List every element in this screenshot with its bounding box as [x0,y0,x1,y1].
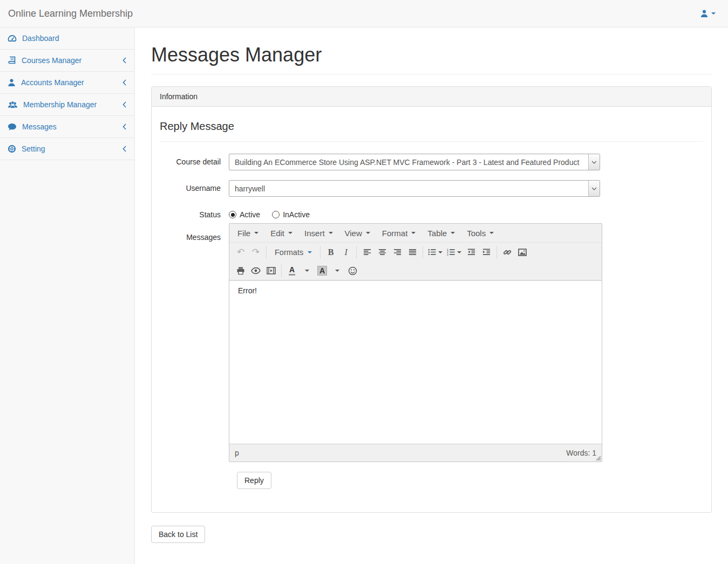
background-color-dropdown[interactable] [330,263,345,278]
username-select[interactable]: harrywell [229,180,600,197]
chevron-left-icon [122,79,127,86]
reply-button[interactable]: Reply [237,472,271,489]
chevron-down-icon [305,270,309,272]
radio-label: InActive [283,210,310,219]
align-right-button[interactable] [390,245,405,260]
editor-toolbar-row1: ↶ ↷ Formats B [229,243,602,262]
chevron-down-icon [489,232,494,234]
chevron-left-icon [122,145,127,153]
sidebar-item-membership-manager[interactable]: Membership Manager [0,94,134,116]
outdent-button[interactable] [464,245,479,260]
course-detail-label: Course detail [160,154,229,170]
status-label: Status [160,207,229,219]
sidebar-item-label: Dashboard [22,34,127,43]
rich-text-editor: File Edit Insert View Format Table Tools [229,223,602,462]
user-menu[interactable] [696,9,720,18]
align-center-button[interactable] [375,245,390,260]
print-button[interactable] [233,263,248,278]
course-detail-select[interactable]: Building An ECommerce Store Using ASP.NE… [229,154,600,170]
redo-button[interactable]: ↷ [248,245,263,260]
element-path[interactable]: p [235,449,239,457]
chevron-left-icon [122,123,127,130]
section-title: Reply Message [160,120,703,133]
chevron-down-icon [308,251,312,253]
chevron-left-icon [122,57,127,64]
sidebar-item-label: Messages [22,122,117,131]
menu-format[interactable]: Format [376,225,422,241]
divider [160,141,703,142]
menu-table[interactable]: Table [421,225,461,241]
editor-menubar: File Edit Insert View Format Table Tools [229,224,602,243]
user-icon [8,78,16,87]
sidebar-item-courses-manager[interactable]: Courses Manager [0,50,134,72]
radio-selected-icon [229,211,236,218]
information-panel: Information Reply Message Course detail … [151,86,712,513]
link-button[interactable] [500,245,515,260]
text-color-button[interactable]: A [284,263,300,278]
sidebar-item-dashboard[interactable]: Dashboard [0,27,134,50]
sidebar-item-label: Membership Manager [23,100,117,109]
app-title: Online Learning Membership [8,8,133,19]
chevron-down-icon [451,232,455,234]
back-to-list-button[interactable]: Back to List [151,526,205,543]
bold-button[interactable]: B [323,245,338,260]
radio-label: Active [240,210,260,219]
text-color-dropdown[interactable] [300,263,315,278]
username-label: Username [160,180,229,197]
editor-content-area[interactable]: Error! [229,280,602,444]
sidebar-item-label: Accounts Manager [21,78,117,87]
chevron-down-icon [438,251,443,253]
sidebar-item-label: Setting [22,145,117,153]
preview-button[interactable] [248,263,263,278]
sidebar-item-setting[interactable]: Setting [0,138,134,160]
numbered-list-button[interactable]: 123 [445,245,464,260]
dashboard-icon [8,34,17,43]
status-radio-active[interactable]: Active [229,210,260,219]
emoticons-button[interactable] [345,263,360,278]
page-title: Messages Manager [151,44,712,66]
image-button[interactable] [515,245,530,260]
bullet-list-button[interactable] [426,245,445,260]
divider [151,74,712,74]
user-icon [700,9,709,18]
indent-button[interactable] [479,245,494,260]
sidebar-item-accounts-manager[interactable]: Accounts Manager [0,72,134,94]
main-content: Messages Manager Information Reply Messa… [135,27,728,564]
menu-insert[interactable]: Insert [298,225,339,241]
svg-text:3: 3 [447,253,448,256]
resize-handle-icon[interactable] [596,456,601,461]
status-radio-inactive[interactable]: InActive [272,210,310,219]
book-icon [8,56,16,65]
chevron-down-icon [411,232,416,234]
editor-text: Error! [238,286,257,295]
comment-icon [8,123,17,131]
sidebar-item-messages[interactable]: Messages [0,116,134,138]
username-value: harrywell [229,184,588,193]
formats-dropdown[interactable]: Formats [269,245,317,259]
editor-toolbar-row2: A A [229,262,602,280]
menu-edit[interactable]: Edit [264,225,298,241]
italic-button[interactable]: I [338,245,353,260]
chevron-left-icon [122,101,127,108]
undo-button[interactable]: ↶ [233,245,248,260]
chevron-down-icon [711,12,716,15]
menu-view[interactable]: View [339,225,376,241]
top-navbar: Online Learning Membership [0,0,728,27]
select-arrow-icon [588,154,600,170]
word-count[interactable]: Words: 1 [566,449,596,457]
menu-tools[interactable]: Tools [461,225,500,241]
align-left-button[interactable] [359,245,375,260]
menu-file[interactable]: File [232,225,264,241]
panel-heading: Information [152,87,711,107]
course-detail-value: Building An ECommerce Store Using ASP.NE… [229,158,588,167]
media-button[interactable] [263,263,278,278]
chevron-down-icon [288,232,292,234]
gear-icon [8,145,16,153]
chevron-down-icon [335,270,339,272]
messages-label: Messages [160,223,229,462]
chevron-down-icon [366,232,370,234]
justify-button[interactable] [405,245,420,260]
chevron-down-icon [329,232,333,234]
sidebar-item-label: Courses Manager [22,56,117,65]
background-color-button[interactable]: A [315,263,330,278]
